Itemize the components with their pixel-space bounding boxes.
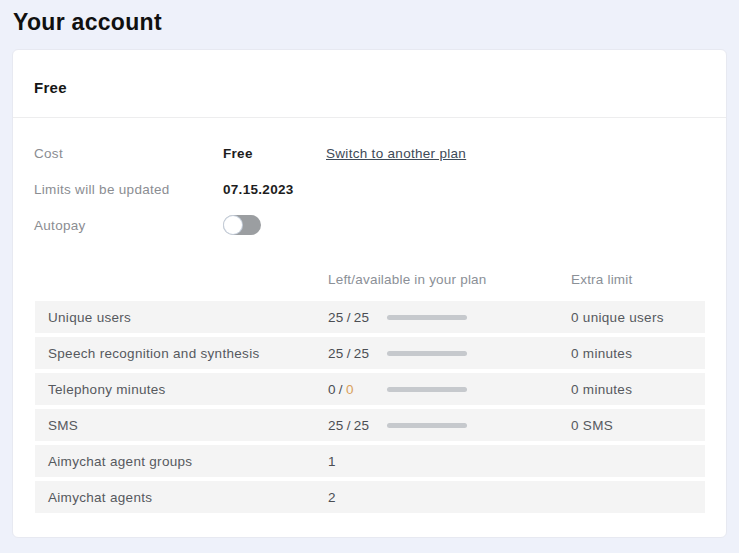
table-row-sms: SMS 25/25 0 SMS: [35, 409, 705, 441]
left-available-value: 25/25: [328, 310, 387, 325]
extra-limit-value: 0 minutes: [571, 382, 705, 397]
column-header-left: Left/available in your plan: [328, 272, 571, 287]
cost-label: Cost: [34, 146, 223, 161]
account-page: Your account Free Cost Free Switch to an…: [0, 0, 739, 553]
table-row-aimychat-groups: Aimychat agent groups 1: [35, 445, 705, 477]
autopay-label: Autopay: [34, 218, 223, 233]
plan-card: Free Cost Free Switch to another plan Li…: [12, 49, 727, 538]
cost-value: Free: [223, 146, 326, 161]
plan-name: Free: [34, 79, 705, 96]
usage-progress-bar: [387, 315, 467, 320]
limits-update-label: Limits will be updated: [34, 182, 223, 197]
page-title: Your account: [0, 0, 739, 36]
table-row-aimychat-agents: Aimychat agents 2: [35, 481, 705, 513]
limits-update-date: 07.15.2023: [223, 182, 326, 197]
extra-limit-value: 0 unique users: [571, 310, 705, 325]
left-available-value: 25/25: [328, 418, 387, 433]
toggle-knob-icon: [224, 216, 242, 234]
usage-progress-bar: [387, 387, 467, 392]
table-row-speech: Speech recognition and synthesis 25/25 0…: [35, 337, 705, 369]
table-row-telephony: Telephony minutes 0/0 0 minutes: [35, 373, 705, 405]
usage-progress-bar: [387, 351, 467, 356]
column-header-extra: Extra limit: [571, 272, 705, 287]
left-available-value: 0/0: [328, 382, 387, 397]
switch-plan-link[interactable]: Switch to another plan: [326, 146, 466, 161]
left-available-value: 2: [328, 490, 387, 505]
autopay-toggle[interactable]: [223, 215, 261, 235]
extra-limit-value: 0 SMS: [571, 418, 705, 433]
table-header-row: Left/available in your plan Extra limit: [35, 272, 705, 301]
cost-row: Cost Free Switch to another plan: [34, 141, 705, 165]
extra-limit-value: 0 minutes: [571, 346, 705, 361]
usage-table: Left/available in your plan Extra limit …: [13, 249, 726, 513]
left-available-value: 1: [328, 454, 387, 469]
plan-details: Cost Free Switch to another plan Limits …: [13, 118, 726, 237]
limits-update-row: Limits will be updated 07.15.2023: [34, 177, 705, 201]
autopay-row: Autopay: [34, 213, 705, 237]
plan-card-header: Free: [13, 50, 726, 117]
usage-progress-bar: [387, 423, 467, 428]
table-row-unique-users: Unique users 25/25 0 unique users: [35, 301, 705, 333]
left-available-value: 25/25: [328, 346, 387, 361]
